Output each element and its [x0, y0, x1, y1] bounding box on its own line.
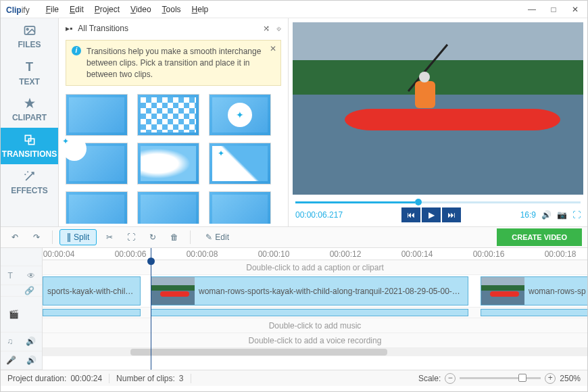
menu-project[interactable]: Project [95, 5, 120, 14]
caption-track[interactable]: Double-click to add a caption or clipart [43, 260, 587, 275]
transition-thumb[interactable] [209, 94, 271, 136]
menu-bar: File Edit Project Video Tools Help [46, 5, 209, 14]
edit-button[interactable]: ✎ Edit [197, 229, 237, 245]
apply-all-icon[interactable]: ⟐ [276, 24, 281, 33]
panel-title: All Transitions [78, 24, 128, 33]
menu-file[interactable]: File [46, 5, 59, 14]
info-banner: i Transitions help you make a smooth int… [66, 40, 281, 86]
visibility-icon[interactable]: 👁 [27, 271, 35, 280]
video-track[interactable]: sports-kayak-with-child-along- woman-row… [43, 275, 587, 308]
menu-tools[interactable]: Tools [162, 5, 181, 14]
close-info-icon[interactable]: ✕ [270, 43, 276, 55]
tab-effects[interactable]: EFFECTS [1, 164, 58, 201]
close-button[interactable]: ✕ [568, 5, 582, 14]
music-track[interactable]: Double-click to add music [43, 318, 587, 333]
scale-value: 250% [560, 374, 581, 383]
menu-edit[interactable]: Edit [70, 5, 84, 14]
tab-files[interactable]: FILES [1, 18, 58, 55]
tab-clipart[interactable]: CLIPART [1, 91, 58, 128]
project-duration: 00:00:24 [70, 374, 102, 383]
voice-track-head[interactable]: 🎤🔊 [1, 351, 42, 370]
rotate-button[interactable]: ↻ [144, 229, 162, 245]
redo-button[interactable]: ↷ [28, 229, 45, 245]
tab-transitions[interactable]: TRANSITIONS [1, 128, 58, 164]
minimize-button[interactable]: — [525, 5, 539, 14]
tab-text[interactable]: TTEXT [1, 55, 58, 91]
menu-video[interactable]: Video [130, 5, 151, 14]
prev-button[interactable]: ⏮ [401, 207, 420, 222]
transition-thumb[interactable] [137, 94, 199, 136]
project-duration-label: Project duration: [7, 374, 66, 383]
transition-thumb[interactable] [209, 191, 271, 224]
crop-button[interactable]: ⛶ [122, 229, 140, 245]
transition-thumb[interactable] [66, 143, 128, 185]
clip[interactable]: woman-rows-sp [481, 276, 587, 305]
link-icon[interactable]: 🔗 [24, 286, 34, 295]
clip[interactable]: sports-kayak-with-child-along- [43, 276, 141, 305]
transition-thumb[interactable] [137, 191, 199, 224]
zoom-out-button[interactable]: − [445, 373, 456, 384]
voice-track[interactable]: Double-click to add a voice recording [43, 333, 587, 348]
audio-strip-track[interactable] [43, 308, 587, 318]
zoom-slider[interactable] [460, 377, 541, 379]
clip[interactable]: woman-rows-sports-kayak-with-child-along… [151, 276, 468, 305]
clip-count: 3 [179, 374, 184, 383]
transition-thumb[interactable] [66, 94, 128, 136]
transition-thumb[interactable] [209, 143, 271, 185]
timecode: 00:00:06.217 [295, 210, 343, 220]
svg-point-1 [26, 28, 28, 30]
video-preview[interactable] [293, 22, 583, 195]
clip-count-label: Number of clips: [116, 374, 175, 383]
app-logo: Clipify [6, 4, 30, 15]
play-all-icon[interactable]: ▸▪ [66, 24, 72, 33]
time-ruler[interactable]: 00:00:04 00:00:06 00:00:08 00:00:10 00:0… [43, 248, 587, 260]
playhead[interactable] [151, 248, 151, 370]
info-icon: i [72, 46, 81, 55]
transition-thumb[interactable] [137, 143, 199, 185]
cut-button[interactable]: ✂ [101, 229, 118, 245]
aspect-ratio[interactable]: 16:9 [520, 210, 536, 220]
create-video-button[interactable]: CREATE VIDEO [497, 228, 582, 246]
volume-icon[interactable]: 🔊 [26, 337, 36, 346]
menu-help[interactable]: Help [192, 5, 209, 14]
next-button[interactable]: ⏭ [442, 207, 461, 222]
video-track-head[interactable]: 🎬 [1, 297, 42, 333]
music-track-head[interactable]: ♫🔊 [1, 333, 42, 351]
snapshot-icon[interactable]: 📷 [557, 210, 567, 220]
transition-thumb[interactable] [66, 191, 128, 224]
caption-track-head[interactable]: T👁 [1, 266, 42, 285]
fullscreen-icon[interactable]: ⛶ [572, 210, 581, 220]
scale-label: Scale: [418, 374, 441, 383]
volume-icon[interactable]: 🔊 [26, 356, 36, 365]
undo-button[interactable]: ↶ [6, 229, 24, 245]
zoom-in-button[interactable]: + [545, 373, 556, 384]
play-button[interactable]: ▶ [422, 207, 441, 222]
horizontal-scrollbar[interactable] [43, 348, 587, 356]
delete-button[interactable]: 🗑 [166, 229, 183, 245]
volume-icon[interactable]: 🔊 [541, 210, 552, 220]
seek-bar[interactable] [295, 201, 581, 203]
maximize-button[interactable]: □ [547, 5, 560, 14]
split-button[interactable]: ǁ Split [59, 229, 97, 245]
shuffle-icon[interactable]: ⤨ [263, 24, 270, 33]
transitions-grid [59, 90, 288, 224]
